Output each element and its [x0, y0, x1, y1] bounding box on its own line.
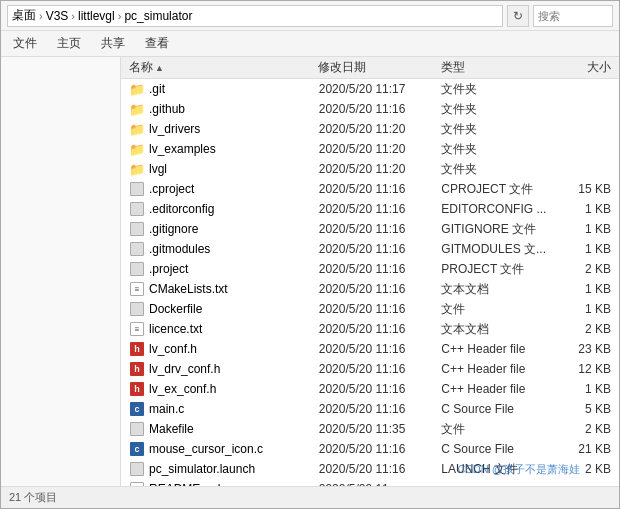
table-row[interactable]: h lv_conf.h 2020/5/20 11:16 C++ Header f… — [121, 339, 619, 359]
toolbar-file[interactable]: 文件 — [7, 33, 43, 54]
breadcrumb-sep-2: › — [118, 10, 122, 22]
folder-icon: 📁 — [129, 161, 145, 177]
table-row[interactable]: .gitignore 2020/5/20 11:16 GITIGNORE 文件 … — [121, 219, 619, 239]
table-row[interactable]: c mouse_cursor_icon.c 2020/5/20 11:16 C … — [121, 439, 619, 459]
table-row[interactable]: Dockerfile 2020/5/20 11:16 文件 1 KB — [121, 299, 619, 319]
table-row[interactable]: 📁 .github 2020/5/20 11:16 文件夹 — [121, 99, 619, 119]
table-row[interactable]: .project 2020/5/20 11:16 PROJECT 文件 2 KB — [121, 259, 619, 279]
file-type: C++ Header file — [441, 342, 554, 356]
file-date: 2020/5/20 11:16 — [319, 462, 442, 476]
generic-file-icon — [129, 461, 145, 477]
file-date: 2020/5/20 11:20 — [319, 142, 442, 156]
toolbar-view[interactable]: 查看 — [139, 33, 175, 54]
file-type: PROJECT 文件 — [441, 261, 554, 278]
table-row[interactable]: c main.c 2020/5/20 11:16 C Source File 5… — [121, 399, 619, 419]
breadcrumb-pcsimulator[interactable]: pc_simulator — [124, 9, 192, 23]
table-row[interactable]: ≡ CMakeLists.txt 2020/5/20 11:16 文本文档 1 … — [121, 279, 619, 299]
toolbar-share[interactable]: 共享 — [95, 33, 131, 54]
breadcrumb: 桌面 › V3S › littlevgl › pc_simulator — [7, 5, 503, 27]
file-name: licence.txt — [149, 322, 319, 336]
file-type: 文件 — [441, 301, 554, 318]
folder-icon: 📁 — [129, 101, 145, 117]
col-header-type[interactable]: 类型 — [441, 59, 554, 76]
table-row[interactable]: Makefile 2020/5/20 11:35 文件 2 KB — [121, 419, 619, 439]
table-row[interactable]: ≡ licence.txt 2020/5/20 11:16 文本文档 2 KB — [121, 319, 619, 339]
file-list-area: 名称 ▲ 修改日期 类型 大小 📁 .git 2020/5/20 11:17 文… — [121, 57, 619, 486]
cheader-icon: h — [129, 381, 145, 397]
addr-action-buttons: ↻ — [507, 5, 529, 27]
file-date: 2020/5/20 11:16 — [319, 402, 442, 416]
status-text: 21 个项目 — [9, 490, 57, 505]
file-type: C++ Header file — [441, 382, 554, 396]
search-input[interactable] — [533, 5, 613, 27]
file-date: 2020/5/20 11:16 — [319, 442, 442, 456]
file-type: CPROJECT 文件 — [441, 181, 554, 198]
file-name: .github — [149, 102, 319, 116]
table-row[interactable]: pc_simulator.launch 2020/5/20 11:16 LAUN… — [121, 459, 619, 479]
breadcrumb-sep-1: › — [71, 10, 75, 22]
file-date: 2020/5/20 11:35 — [319, 422, 442, 436]
table-row[interactable]: h lv_ex_conf.h 2020/5/20 11:16 C++ Heade… — [121, 379, 619, 399]
text-file-icon: ≡ — [129, 321, 145, 337]
breadcrumb-v3s[interactable]: V3S — [46, 9, 69, 23]
folder-icon: 📁 — [129, 81, 145, 97]
file-rows: 📁 .git 2020/5/20 11:17 文件夹 📁 .github 202… — [121, 79, 619, 486]
file-name: lv_ex_conf.h — [149, 382, 319, 396]
file-name: lvgl — [149, 162, 319, 176]
generic-file-icon — [129, 261, 145, 277]
breadcrumb-sep-0: › — [39, 10, 43, 22]
table-row[interactable]: 📁 lvgl 2020/5/20 11:20 文件夹 — [121, 159, 619, 179]
file-name: Dockerfile — [149, 302, 319, 316]
file-type: C Source File — [441, 442, 554, 456]
toolbar: 文件 主页 共享 查看 — [1, 31, 619, 57]
file-size: 1 KB — [554, 382, 611, 396]
file-type: 文本文档 — [441, 281, 554, 298]
file-name: pc_simulator.launch — [149, 462, 319, 476]
file-date: 2020/5/20 11:16 — [319, 302, 442, 316]
left-nav-panel — [1, 57, 121, 486]
generic-file-icon — [129, 221, 145, 237]
col-header-size[interactable]: 大小 — [554, 59, 611, 76]
table-row[interactable]: h lv_drv_conf.h 2020/5/20 11:16 C++ Head… — [121, 359, 619, 379]
table-row[interactable]: ≡ README.md 2020/5/20 11:... ... — [121, 479, 619, 486]
file-type: 文件夹 — [441, 81, 554, 98]
address-bar: 桌面 › V3S › littlevgl › pc_simulator ↻ — [1, 1, 619, 31]
csource-icon: c — [129, 401, 145, 417]
file-size: 2 KB — [554, 462, 611, 476]
file-size: 2 KB — [554, 262, 611, 276]
file-type: 文本文档 — [441, 321, 554, 338]
file-date: 2020/5/20 11:16 — [319, 182, 442, 196]
file-explorer-window: 桌面 › V3S › littlevgl › pc_simulator ↻ 文件… — [0, 0, 620, 509]
breadcrumb-desktop[interactable]: 桌面 — [12, 7, 36, 24]
generic-file-icon — [129, 301, 145, 317]
col-header-name[interactable]: 名称 ▲ — [129, 59, 318, 76]
file-date: 2020/5/20 11:20 — [319, 122, 442, 136]
table-row[interactable]: 📁 lv_drivers 2020/5/20 11:20 文件夹 — [121, 119, 619, 139]
table-row[interactable]: 📁 .git 2020/5/20 11:17 文件夹 — [121, 79, 619, 99]
file-type: C++ Header file — [441, 362, 554, 376]
table-row[interactable]: .editorconfig 2020/5/20 11:16 EDITORCONF… — [121, 199, 619, 219]
toolbar-home[interactable]: 主页 — [51, 33, 87, 54]
file-date: 2020/5/20 11:16 — [319, 262, 442, 276]
file-date: 2020/5/20 11:20 — [319, 162, 442, 176]
file-type: LAUNCH 文件 — [441, 461, 554, 478]
file-size: 2 KB — [554, 422, 611, 436]
generic-file-icon — [129, 421, 145, 437]
file-size: 21 KB — [554, 442, 611, 456]
file-name: .project — [149, 262, 319, 276]
file-name: CMakeLists.txt — [149, 282, 319, 296]
text-file-icon: ≡ — [129, 281, 145, 297]
file-size: 2 KB — [554, 322, 611, 336]
file-type: 文件夹 — [441, 121, 554, 138]
table-row[interactable]: .gitmodules 2020/5/20 11:16 GITMODULES 文… — [121, 239, 619, 259]
file-name: .git — [149, 82, 319, 96]
file-type: 文件夹 — [441, 101, 554, 118]
refresh-button[interactable]: ↻ — [507, 5, 529, 27]
file-size: 12 KB — [554, 362, 611, 376]
table-row[interactable]: 📁 lv_examples 2020/5/20 11:20 文件夹 — [121, 139, 619, 159]
breadcrumb-littlevgl[interactable]: littlevgl — [78, 9, 115, 23]
folder-icon: 📁 — [129, 121, 145, 137]
col-header-date[interactable]: 修改日期 — [318, 59, 441, 76]
status-bar: 21 个项目 — [1, 486, 619, 508]
table-row[interactable]: .cproject 2020/5/20 11:16 CPROJECT 文件 15… — [121, 179, 619, 199]
